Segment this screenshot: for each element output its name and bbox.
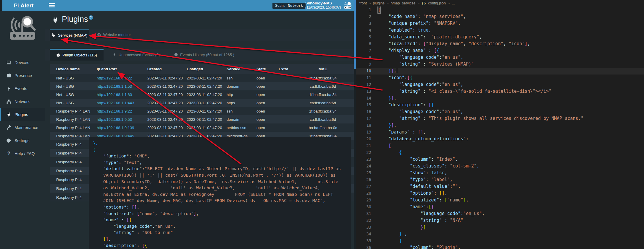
editor-line-31[interactable]: 31 "language_code":"en_us", (356, 210, 644, 217)
cell-extra (279, 90, 299, 99)
editor-line-9[interactable]: 9 "string" : "Services (NMAP)" (356, 61, 644, 68)
editor-line-33[interactable]: 33 }] (356, 224, 644, 231)
subtab-plugin-objects-115[interactable]: Plugin Objects (115) (50, 49, 104, 61)
line-number: 17 (356, 115, 378, 122)
breadcrumb-item[interactable]: config.json (428, 1, 446, 5)
subtab-events-history-50-out-of-1265[interactable]: Events History (50 out of 1265 ) (169, 49, 240, 61)
ip-port-link[interactable]: http://192.168.1.9:139 (97, 126, 134, 130)
column-header-extra[interactable]: Extra (279, 64, 299, 74)
editor-line-23[interactable]: 23 "column": "Index", (356, 156, 644, 163)
editor-line-6[interactable]: 6 "localized": ["display_name", "descrip… (356, 40, 644, 47)
sidebar-item-plugins[interactable]: Plugins (0, 108, 45, 121)
sidebar-item-maintenance[interactable]: Maintenance (0, 121, 45, 134)
sidebar-item-presence[interactable]: Presence (0, 69, 45, 82)
breadcrumb-item[interactable]: front (359, 1, 367, 5)
breadcrumb-item[interactable]: plugins (373, 1, 385, 5)
breadcrumb-separator: > (387, 1, 388, 5)
column-header-state[interactable]: State (256, 64, 277, 74)
line-number: 5 (356, 34, 378, 40)
editor-line-34[interactable]: 34 } , (356, 231, 644, 237)
editor-line-14[interactable]: 14 }], (356, 95, 644, 102)
editor-line-19[interactable]: 19 "params" : [], (356, 129, 644, 136)
table-row: Raspberry Pi 4 LANhttp://192.168.1.9:532… (50, 115, 354, 123)
code-editor[interactable]: front>plugins>nmap_services>{}config.jso… (356, 0, 644, 249)
sidebar-item-settings[interactable]: Settings (0, 134, 45, 147)
editor-line-1[interactable]: 1{ (356, 6, 644, 13)
editor-line-18[interactable]: 18 }], (356, 122, 644, 129)
cell-service: ssh (227, 107, 255, 115)
cell-extra (279, 82, 299, 90)
sidebar-item-devices[interactable]: Devices (0, 56, 45, 69)
editor-line-26[interactable]: 26 "type": "label", (356, 176, 644, 183)
editor-line-28[interactable]: 28 "options": [], (356, 190, 644, 197)
sidebar-item-events[interactable]: Events (0, 82, 45, 95)
editor-line-15[interactable]: 15 "description": [{ (356, 102, 644, 108)
main-scrollbar-track[interactable] (354, 0, 356, 249)
editor-line-35[interactable]: 35 { (356, 237, 644, 244)
breadcrumb[interactable]: front>plugins>nmap_services>{}config.jso… (356, 0, 644, 6)
column-header-changed[interactable]: Changed (187, 64, 225, 74)
cube-icon (56, 53, 60, 57)
editor-line-20[interactable]: 20 "database_column_definitions": (356, 136, 644, 142)
editor-line-21[interactable]: 21 [ (356, 142, 644, 149)
cell-created: 2023-03-11 02:47:20 (147, 90, 185, 99)
column-header-device-name[interactable]: Device name (56, 64, 95, 74)
editor-line-25[interactable]: 25 "show": false, (356, 170, 644, 176)
ip-port-link[interactable]: http://192.168.1.1:80 (97, 92, 132, 97)
column-header-created[interactable]: Created (147, 64, 185, 74)
sidebar-item-network[interactable]: Network (0, 95, 45, 108)
editor-line-29[interactable]: 29 "localized": ["name"], (356, 197, 644, 204)
editor-line-16[interactable]: 16 "language_code":"en_us", (356, 108, 644, 115)
editor-line-27[interactable]: 27 "default_value":"", (356, 183, 644, 190)
editor-line-30[interactable]: 30 "name":[{ (356, 204, 644, 210)
editor-lines[interactable]: 1{2 "code_name": "nmap_services",3 "uniq… (356, 6, 644, 249)
editor-line-36[interactable]: 36 "column": "Plugin", (356, 244, 644, 249)
editor-line-24[interactable]: 24 "css_classes": "col-sm-2", (356, 163, 644, 170)
cell-extra (279, 107, 299, 115)
gear-icon (6, 138, 12, 143)
editor-line-7[interactable]: 7 "display_name" : [{ (356, 47, 644, 54)
wrench-icon (6, 125, 12, 130)
editor-line-8[interactable]: 8 "language_code":"en_us", (356, 54, 644, 61)
sidebar-item-label: Settings (14, 138, 30, 143)
sidebar-item-label: Presence (14, 73, 32, 78)
editor-line-3[interactable]: 3 "unique_prefix": "NMAPSRV", (356, 20, 644, 27)
column-header-mac[interactable]: MAC (300, 64, 346, 74)
editor-line-12[interactable]: 12 "language_code":"en_us", (356, 81, 644, 88)
ip-port-link[interactable]: http://192.168.1.9:53 (97, 117, 132, 122)
editor-line-17[interactable]: 17 "string" : "This plugin shows all ser… (356, 115, 644, 122)
satellite-dish-icon (52, 33, 56, 37)
column-header-service[interactable]: Service (227, 64, 255, 74)
ip-port-link[interactable]: http://192.168.1.1:22 (97, 76, 132, 80)
editor-line-4[interactable]: 4 "enabled": true, (356, 27, 644, 34)
column-header-ip-and-port[interactable]: Ip and Port (97, 64, 146, 74)
editor-line-32[interactable]: 32 "string" : "N/A" (356, 217, 644, 224)
ip-port-link[interactable]: http://192.168.1.9:22 (97, 109, 132, 113)
tab-website-monitor[interactable]: Website monitor (92, 29, 136, 41)
sidebar-item-help-faq[interactable]: ?Help / FAQ (0, 147, 45, 160)
cell-device-name: Net - USG (56, 90, 95, 99)
line-number: 35 (356, 237, 378, 244)
subtab-unprocessed-events-0[interactable]: Unprocessed Events (0) (106, 49, 166, 61)
cell-service: netbios-ssn (227, 123, 255, 132)
tab-services-nmap[interactable]: Services (NMAP) (50, 29, 89, 41)
ip-port-link[interactable]: http://192.168.1.1:53 (97, 84, 132, 89)
cell-state: open (256, 99, 277, 107)
editor-line-11[interactable]: 11 "icon":[{ (356, 74, 644, 81)
ip-port-link[interactable]: http://192.168.1.1:443 (97, 101, 134, 105)
plugin-config-code-panel[interactable]: },{ "function": "CMD", "type": "text", "… (89, 137, 351, 249)
editor-line-13[interactable]: 13 "string" : "<i class=\"fa-solid fa-sa… (356, 88, 644, 95)
editor-line-10[interactable]: 10 }], (356, 68, 644, 74)
breadcrumb-item[interactable]: nmap_services (391, 1, 416, 5)
help-badge[interactable]: ? (89, 15, 93, 20)
editor-line-2[interactable]: 2 "code_name": "nmap_services", (356, 13, 644, 20)
main-scrollbar-thumb[interactable] (354, 0, 356, 69)
cell-mac: ca:ff:ff:ca:ba:6d (300, 99, 346, 107)
editor-line-22[interactable]: 22 { (356, 149, 644, 156)
hamburger-menu-icon[interactable] (49, 3, 55, 8)
brand-logo[interactable]: Pi.Alert (2, 0, 45, 11)
cell-extra (279, 123, 299, 132)
breadcrumb-item[interactable]: ... (452, 1, 455, 5)
line-number: 11 (356, 74, 378, 81)
editor-line-5[interactable]: 5 "data_source": "pialert-db-query", (356, 34, 644, 40)
